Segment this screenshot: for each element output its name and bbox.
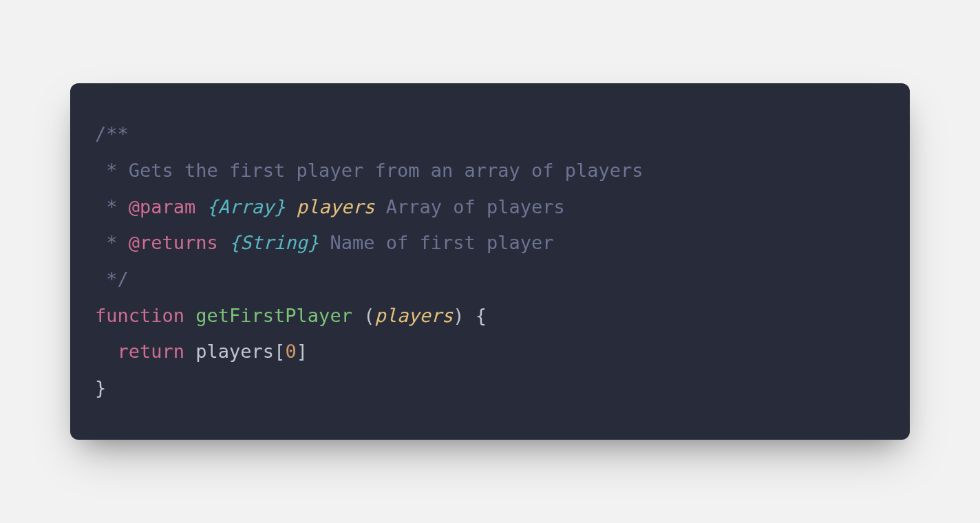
jsdoc-param-tag: @param (129, 196, 196, 217)
identifier: players (195, 341, 274, 362)
jsdoc-open: /** (95, 123, 129, 145)
space (319, 232, 330, 253)
space (195, 196, 206, 217)
bracket-open: [ (274, 341, 285, 362)
code-line-6: function getFirstPlayer (players) { (95, 298, 885, 334)
space (352, 305, 363, 326)
parameter: players (374, 305, 453, 326)
jsdoc-type: {Array} (207, 196, 286, 217)
space (218, 232, 229, 253)
code-block: /** * Gets the first player from an arra… (70, 83, 910, 439)
jsdoc-param-name: players (297, 196, 375, 217)
code-line-1: /** (95, 116, 885, 153)
code-line-5: */ (95, 262, 885, 298)
indent (95, 341, 118, 362)
paren-open: ( (363, 305, 374, 326)
jsdoc-prefix: * (95, 160, 129, 181)
jsdoc-description: Gets the first player from an array of p… (129, 160, 643, 181)
jsdoc-returns-desc: Name of first player (330, 232, 553, 253)
jsdoc-type: {String} (229, 232, 319, 253)
space (184, 341, 195, 362)
code-line-7: return players[0] (95, 334, 885, 370)
space (285, 196, 296, 217)
bracket-close: ] (297, 341, 308, 362)
code-line-8: } (95, 370, 885, 407)
code-line-4: * @returns {String} Name of first player (95, 225, 885, 262)
jsdoc-close: */ (95, 268, 129, 290)
number-literal: 0 (285, 341, 296, 362)
brace-open: { (476, 305, 487, 326)
function-name: getFirstPlayer (195, 305, 352, 326)
function-keyword: function (95, 305, 184, 326)
jsdoc-param-desc: Array of players (386, 196, 565, 217)
return-keyword: return (118, 341, 185, 362)
paren-close: ) (453, 305, 464, 326)
space (184, 305, 195, 326)
jsdoc-prefix: * (95, 232, 129, 253)
brace-close: } (95, 377, 106, 398)
space (464, 305, 475, 326)
jsdoc-returns-tag: @returns (129, 232, 218, 253)
jsdoc-prefix: * (95, 196, 129, 217)
space (374, 196, 385, 217)
code-line-2: * Gets the first player from an array of… (95, 153, 885, 189)
code-line-3: * @param {Array} players Array of player… (95, 189, 885, 226)
